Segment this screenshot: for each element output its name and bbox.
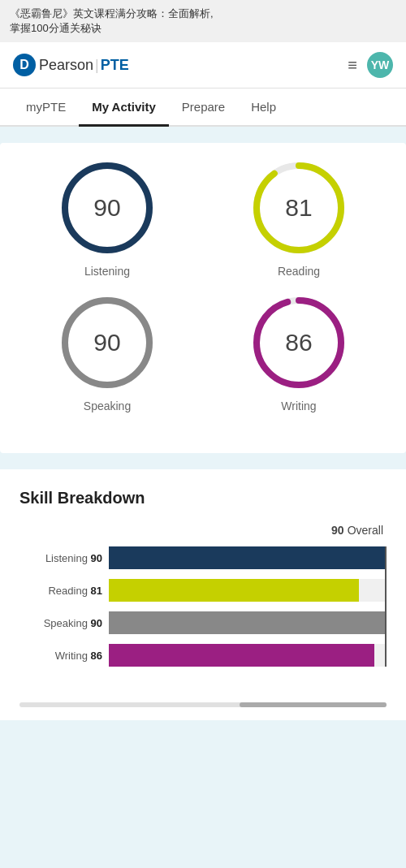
bar-label-listening: Listening 90 bbox=[19, 552, 109, 564]
banner-line2: 掌握100分通关秘诀 bbox=[10, 21, 396, 36]
main-content: 90 Listening 81 Reading 90 Speaking bbox=[0, 127, 406, 736]
main-nav: myPTE My Activity Prepare Help bbox=[0, 89, 406, 127]
nav-item-myactivity[interactable]: My Activity bbox=[79, 89, 169, 125]
scrollbar-area bbox=[0, 696, 406, 720]
score-label-writing: Writing bbox=[281, 399, 316, 412]
bar-track-speaking bbox=[109, 611, 387, 634]
score-label-reading: Reading bbox=[278, 265, 320, 278]
bar-label-speaking: Speaking 90 bbox=[19, 617, 109, 629]
bar-row-listening: Listening 90 bbox=[19, 546, 387, 569]
overall-score-value: 90 bbox=[331, 524, 344, 537]
hamburger-icon[interactable]: ≡ bbox=[348, 56, 357, 75]
score-label-listening: Listening bbox=[84, 265, 130, 278]
scrollbar-thumb[interactable] bbox=[240, 702, 387, 707]
header-right: ≡ YW bbox=[348, 52, 393, 78]
score-label-speaking: Speaking bbox=[84, 399, 131, 412]
overall-score-line: 90 Overall bbox=[19, 524, 387, 537]
score-item-reading: 81 Reading bbox=[211, 159, 387, 278]
circle-value-writing: 86 bbox=[285, 329, 312, 356]
circle-value-speaking: 90 bbox=[93, 329, 120, 356]
bar-fill-writing bbox=[109, 644, 374, 667]
bar-track-writing bbox=[109, 644, 387, 667]
bar-row-speaking: Speaking 90 bbox=[19, 611, 387, 634]
score-item-listening: 90 Listening bbox=[19, 159, 195, 278]
banner-line1: 《恶霸鲁尼》英文课程满分攻略：全面解析, bbox=[10, 6, 396, 21]
circle-value-listening: 90 bbox=[93, 194, 120, 222]
header: D Pearson|PTE ≡ YW bbox=[0, 42, 406, 89]
scores-card: 90 Listening 81 Reading 90 Speaking bbox=[0, 143, 406, 453]
skill-breakdown-title: Skill Breakdown bbox=[19, 489, 387, 507]
bar-row-reading: Reading 81 bbox=[19, 579, 387, 602]
bar-score-reading: 81 bbox=[91, 585, 102, 597]
bar-track-listening bbox=[109, 546, 387, 569]
bar-fill-speaking bbox=[109, 611, 387, 634]
logo-brand: Pearson|PTE bbox=[39, 57, 129, 74]
skill-breakdown-section: Skill Breakdown 90 Overall Listening 90 … bbox=[0, 469, 406, 696]
circle-reading: 81 bbox=[250, 159, 348, 257]
scores-grid: 90 Listening 81 Reading 90 Speaking bbox=[19, 159, 387, 412]
logo-icon: D bbox=[13, 54, 36, 76]
score-item-writing: 86 Writing bbox=[211, 294, 387, 412]
bar-label-reading: Reading 81 bbox=[19, 585, 109, 597]
bar-track-reading bbox=[109, 579, 387, 602]
bar-label-writing: Writing 86 bbox=[19, 650, 109, 662]
circle-listening: 90 bbox=[58, 159, 156, 257]
bar-row-writing: Writing 86 bbox=[19, 644, 387, 667]
nav-item-help[interactable]: Help bbox=[238, 89, 289, 125]
avatar[interactable]: YW bbox=[367, 52, 393, 78]
bars-container: Listening 90 Reading 81 Speaking 90 Writ… bbox=[19, 546, 387, 667]
scrollbar-track[interactable] bbox=[19, 702, 387, 707]
score-item-speaking: 90 Speaking bbox=[19, 294, 195, 412]
top-banner: 《恶霸鲁尼》英文课程满分攻略：全面解析, 掌握100分通关秘诀 bbox=[0, 0, 406, 42]
circle-speaking: 90 bbox=[58, 294, 156, 391]
bar-score-listening: 90 bbox=[91, 552, 102, 564]
bar-score-speaking: 90 bbox=[91, 617, 102, 629]
circle-value-reading: 81 bbox=[285, 194, 312, 222]
nav-item-mypte[interactable]: myPTE bbox=[13, 89, 79, 125]
circle-writing: 86 bbox=[250, 294, 348, 391]
nav-item-prepare[interactable]: Prepare bbox=[169, 89, 238, 125]
bar-fill-listening bbox=[109, 546, 387, 569]
logo: D Pearson|PTE bbox=[13, 54, 129, 76]
bar-fill-reading bbox=[109, 579, 359, 602]
bar-score-writing: 86 bbox=[91, 650, 102, 662]
overall-score-label: Overall bbox=[348, 524, 383, 537]
